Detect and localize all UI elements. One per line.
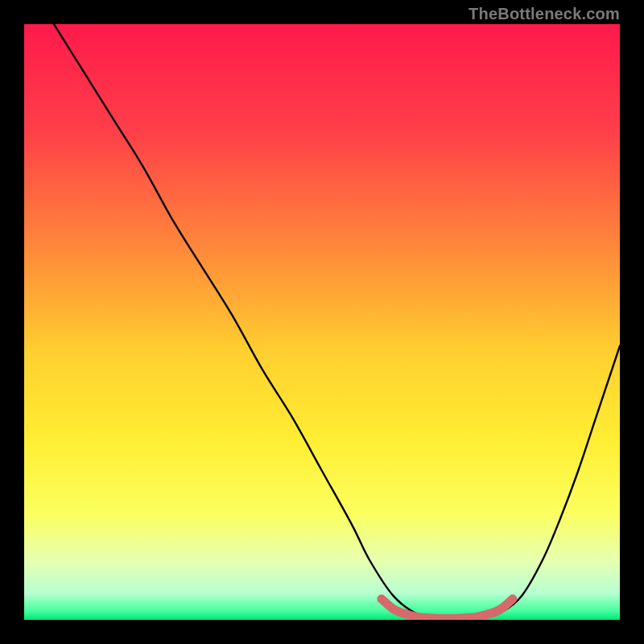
bottleneck-curve xyxy=(54,24,620,619)
plot-area xyxy=(24,24,620,620)
flat-bottom-marker xyxy=(497,605,505,613)
flat-bottom-marker xyxy=(390,605,398,613)
flat-bottom-marker xyxy=(509,595,517,603)
curve-layer xyxy=(24,24,620,620)
flat-bottom-marker xyxy=(402,610,410,618)
chart-container: TheBottleneck.com xyxy=(0,0,644,644)
flat-bottom-markers xyxy=(378,595,517,620)
flat-bottom-marker xyxy=(485,610,493,618)
flat-bottom-line xyxy=(382,599,513,619)
flat-bottom-marker xyxy=(378,595,386,603)
watermark-label: TheBottleneck.com xyxy=(469,5,620,23)
